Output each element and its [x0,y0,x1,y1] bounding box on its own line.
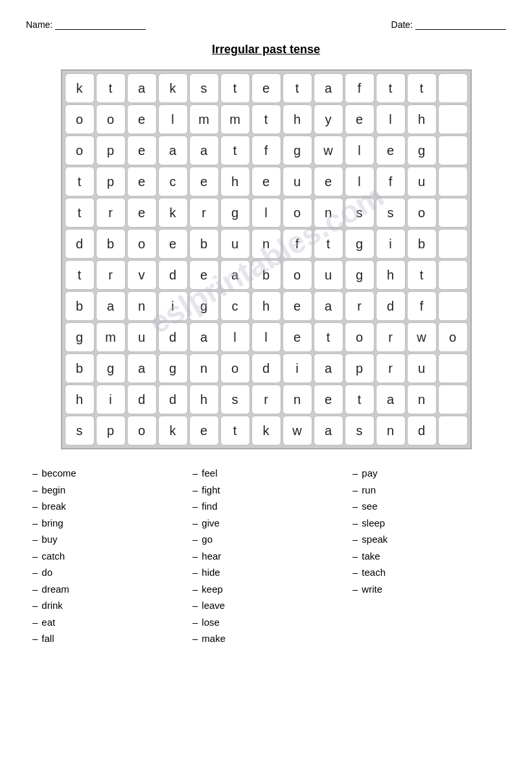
grid-cell: e [283,322,312,352]
grid-cell: o [220,353,250,383]
dash-icon: – [192,564,198,581]
grid-cell: a [96,291,126,321]
grid-cell: w [407,322,437,352]
grid-cell [438,136,468,165]
list-item: –dream [32,581,179,598]
list-item: –hear [192,548,340,565]
dash-icon: – [192,482,198,499]
grid-cell: h [251,291,281,321]
dash-icon: – [32,614,38,631]
word-text: begin [41,482,65,499]
word-text: see [362,498,377,515]
dash-icon: – [192,465,198,482]
list-item: –give [192,515,340,532]
grid-cell [438,104,468,134]
dash-icon: – [353,482,358,499]
date-field: Date: [391,19,506,30]
word-text: eat [41,614,55,631]
grid-cell: k [158,416,188,445]
name-underline[interactable] [55,19,146,30]
list-item: –lose [192,614,340,631]
grid-cell [438,229,468,259]
grid-cell: u [407,167,437,196]
word-text: run [362,482,376,499]
grid-cell: t [96,73,126,103]
word-text: become [41,465,76,482]
grid-cell: y [314,104,343,134]
list-item: –buy [32,531,179,548]
grid-cell: t [407,73,437,103]
dash-icon: – [32,498,38,515]
grid-cell: e [127,104,157,134]
list-item: –write [353,581,500,598]
list-item: –teach [353,564,500,581]
word-text: speak [362,531,387,548]
grid-cell: v [127,260,157,290]
grid-cell: e [127,198,157,228]
grid-cell: m [96,322,126,352]
grid-cell: k [158,198,188,228]
grid-cell: t [283,73,312,103]
grid-cell: k [251,416,281,445]
dash-icon: – [192,515,198,532]
grid-cell: o [127,416,157,445]
grid-cell: g [96,353,126,383]
dash-icon: – [192,531,198,548]
grid-cell: k [65,73,95,103]
grid-cell: h [65,385,95,414]
grid-cell: b [65,353,95,383]
grid-cell: h [283,104,312,134]
word-text: buy [41,531,57,548]
dash-icon: – [353,564,358,581]
grid-cell: a [314,416,343,445]
grid-cell: e [189,167,219,196]
grid-cell: f [251,136,281,165]
date-label: Date: [391,19,413,30]
dash-icon: – [353,515,358,532]
grid-cell: r [376,353,406,383]
grid-cell: r [96,260,126,290]
grid-cell: i [158,291,188,321]
grid-cell: a [314,353,343,383]
grid-cell: r [345,291,375,321]
grid-cell: n [376,416,406,445]
grid-cell: t [220,136,250,165]
grid-cell: p [96,167,126,196]
grid-cell: f [345,73,375,103]
list-item: –bring [32,515,179,532]
grid-cell: u [283,167,312,196]
list-item: –eat [32,614,179,631]
grid-cell: o [65,104,95,134]
grid-cell [438,167,468,196]
word-list: –become–begin–break–bring–buy–catch–do–d… [26,465,506,647]
grid-cell: h [407,104,437,134]
grid-cell: r [251,385,281,414]
grid-cell: l [251,322,281,352]
word-text: go [202,531,213,548]
grid-cell: s [376,198,406,228]
grid-cell: u [127,322,157,352]
grid-cell: e [345,104,375,134]
word-text: find [202,498,217,515]
list-item: –do [32,564,179,581]
list-item: –feel [192,465,340,482]
word-text: leave [202,597,225,614]
date-underline[interactable] [415,19,506,30]
grid-cell: t [220,73,250,103]
grid-cell: o [283,260,312,290]
grid-cell: d [251,353,281,383]
grid-cell: d [127,385,157,414]
grid-cell: e [127,136,157,165]
dash-icon: – [32,465,38,482]
word-text: break [41,498,66,515]
grid-cell: o [407,198,437,228]
grid-cell: t [345,385,375,414]
grid-cell: b [96,229,126,259]
list-item: –become [32,465,179,482]
list-item: –catch [32,548,179,565]
grid-cell: n [407,385,437,414]
word-column: –become–begin–break–bring–buy–catch–do–d… [32,465,179,647]
grid-cell: e [127,167,157,196]
grid-cell: f [283,229,312,259]
grid-cell: n [127,291,157,321]
